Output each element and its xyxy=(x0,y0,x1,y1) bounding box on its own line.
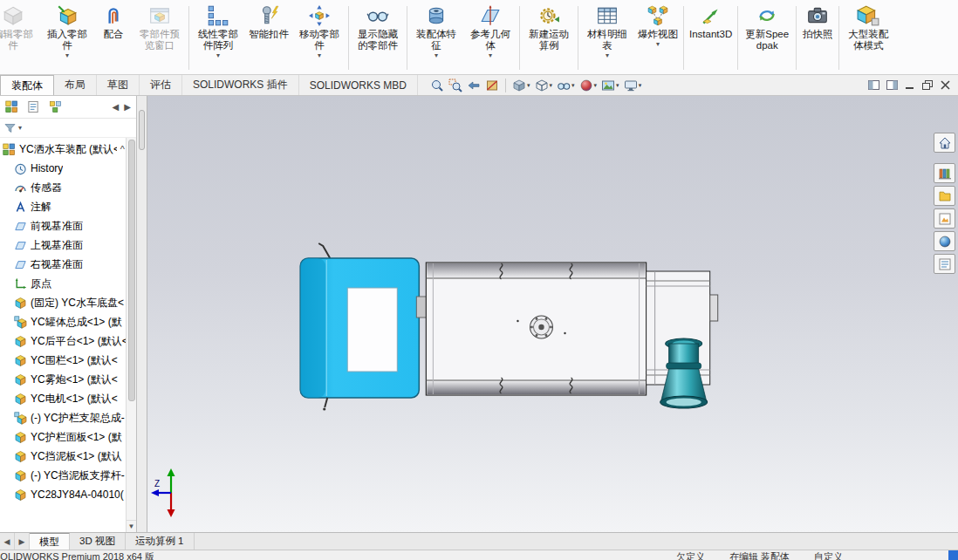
tree-item-chassis[interactable]: (固定) YC水车底盘< xyxy=(0,293,126,312)
dropdown-arrow-icon[interactable]: ▾ xyxy=(18,124,22,132)
panel-scroll-right-icon[interactable]: ▶ xyxy=(124,102,131,112)
instant3d-button[interactable]: Instant3D xyxy=(686,2,736,74)
cab-roof-window[interactable] xyxy=(347,288,397,372)
mate-button[interactable]: 配合 xyxy=(94,2,133,74)
custom-properties-button[interactable] xyxy=(934,254,955,274)
tab-solidworks-mbd[interactable]: SOLIDWORKS MBD xyxy=(299,75,418,95)
view-orientation-button[interactable]: ▾ xyxy=(510,77,532,94)
tree-item-mudguard-rod[interactable]: (-) YC挡泥板支撑杆- xyxy=(0,466,126,485)
component-preview-button[interactable]: 零部件预览窗口 xyxy=(133,2,187,74)
cab-antenna[interactable] xyxy=(325,398,327,407)
scroll-down-icon[interactable]: ▼ xyxy=(127,520,136,532)
edit-component-button[interactable]: 编辑零部件 xyxy=(0,2,40,74)
featuremanager-tree-icon[interactable] xyxy=(5,100,18,113)
view-settings-button[interactable]: ▾ xyxy=(622,77,644,94)
splitter-grip[interactable] xyxy=(139,110,145,150)
dropdown-arrow-icon[interactable]: ▾ xyxy=(594,82,598,89)
tab-3d-views[interactable]: 3D 视图 xyxy=(70,533,126,550)
design-library-button[interactable] xyxy=(934,163,955,183)
dropdown-arrow-icon[interactable]: ▾ xyxy=(527,82,530,89)
new-motion-study-button[interactable]: 新建运动算例 xyxy=(522,2,576,74)
dropdown-arrow-icon[interactable]: ▾ xyxy=(216,52,220,59)
tree-item-mudguard[interactable]: YC挡泥板<1> (默认 xyxy=(0,447,126,466)
cab-mirror[interactable] xyxy=(318,243,330,258)
edit-appearance-button[interactable]: ▾ xyxy=(578,77,599,94)
tree-item-origin[interactable]: 原点 xyxy=(0,274,126,293)
bom-button[interactable]: 材料明细表 ▾ xyxy=(580,2,634,74)
panel-scroll-left-icon[interactable]: ◀ xyxy=(113,102,120,112)
assembly-features-button[interactable]: 装配体特征 ▾ xyxy=(409,2,463,74)
tree-item-front-plane[interactable]: 前视基准面 xyxy=(0,216,126,236)
propertymanager-icon[interactable] xyxy=(27,100,40,113)
tab-scroll-right-icon[interactable]: ▶ xyxy=(15,533,30,550)
dropdown-arrow-icon[interactable]: ▾ xyxy=(656,41,660,48)
dropdown-arrow-icon[interactable]: ▾ xyxy=(489,52,492,59)
view-palette-button[interactable] xyxy=(934,208,955,229)
orientation-triad[interactable]: Z xyxy=(151,468,175,517)
tree-item-fence[interactable]: YC围栏<1> (默认< xyxy=(0,351,126,370)
truck-tank[interactable] xyxy=(426,263,646,395)
tab-layout[interactable]: 布局 xyxy=(54,75,97,95)
zoom-fit-button[interactable] xyxy=(428,77,446,94)
tree-item-sensors[interactable]: 传感器 xyxy=(0,178,126,197)
tree-item-rear-platform[interactable]: YC后平台<1> (默认< xyxy=(0,331,126,351)
tab-model[interactable]: 模型 xyxy=(30,533,70,550)
tree-item-annotations[interactable]: 注解 xyxy=(0,197,126,216)
insert-component-button[interactable]: 插入零部件 ▾ xyxy=(40,2,94,74)
truck-cab[interactable] xyxy=(300,243,419,411)
tree-item-right-plane[interactable]: 右视基准面 xyxy=(0,255,126,274)
tree-display-filter[interactable]: ▾ xyxy=(0,119,136,138)
dropdown-arrow-icon[interactable]: ▾ xyxy=(639,82,642,89)
display-style-button[interactable]: ▾ xyxy=(533,77,555,94)
tree-item-history[interactable]: History xyxy=(0,159,126,178)
large-assembly-mode-button[interactable]: 大型装配体模式 xyxy=(841,2,895,74)
scrollbar-thumb[interactable] xyxy=(128,140,135,401)
chassis-coupling[interactable] xyxy=(416,297,427,318)
tank-manhole[interactable] xyxy=(530,316,552,338)
dropdown-arrow-icon[interactable]: ▾ xyxy=(435,52,438,59)
tree-scrollbar[interactable]: ▼ xyxy=(126,138,136,532)
tree-item-motor[interactable]: YC电机<1> (默认< xyxy=(0,389,126,408)
tree-item-yc28jy84a[interactable]: YC28JY84A-04010( xyxy=(0,485,126,504)
apply-scene-button[interactable]: ▾ xyxy=(599,77,621,94)
tab-sketch[interactable]: 草图 xyxy=(97,75,140,95)
smart-fasteners-button[interactable]: 智能扣件 xyxy=(245,2,292,74)
appearances-button[interactable] xyxy=(934,231,955,251)
home-button[interactable] xyxy=(934,133,955,153)
tree-item-mist-cannon[interactable]: YC雾炮<1> (默认< xyxy=(0,370,126,389)
dropdown-arrow-icon[interactable]: ▾ xyxy=(616,82,619,89)
minimize-icon[interactable] xyxy=(905,80,915,90)
status-custom[interactable]: 自定义 xyxy=(814,550,843,560)
tree-item-guardrail-panel[interactable]: YC护栏面板<1> (默 xyxy=(0,427,126,447)
zoom-area-button[interactable] xyxy=(447,77,464,94)
restore-icon[interactable] xyxy=(922,80,934,90)
previous-view-button[interactable] xyxy=(465,77,482,94)
show-hidden-components-button[interactable]: 显示隐藏的零部件 xyxy=(351,2,405,74)
task-pane-toggle[interactable] xyxy=(948,550,958,560)
tab-evaluate[interactable]: 评估 xyxy=(140,75,182,95)
snapshot-button[interactable]: 拍快照 xyxy=(798,2,837,74)
file-explorer-button[interactable] xyxy=(934,186,955,206)
panel-splitter[interactable] xyxy=(137,96,147,532)
tab-scroll-left-icon[interactable]: ◀ xyxy=(0,533,15,550)
dropdown-arrow-icon[interactable]: ▾ xyxy=(318,52,321,59)
tab-assembly[interactable]: 装配体 xyxy=(0,75,54,95)
dropdown-arrow-icon[interactable]: ▾ xyxy=(550,82,553,89)
configurationmanager-icon[interactable] xyxy=(49,100,62,113)
tree-item-assembly-root[interactable]: YC洒水车装配 (默认<默 ^ xyxy=(0,140,126,159)
model-scene[interactable]: Z xyxy=(147,96,958,532)
tree-item-tank-assembly[interactable]: YC罐体总成<1> (默 xyxy=(0,312,126,331)
reference-geometry-button[interactable]: 参考几何体 ▾ xyxy=(463,2,517,74)
close-icon[interactable] xyxy=(941,80,951,90)
rear-step[interactable] xyxy=(710,295,718,321)
tree-item-top-plane[interactable]: 上视基准面 xyxy=(0,236,126,255)
graphics-viewport[interactable]: Z xyxy=(147,96,958,532)
update-speedpak-button[interactable]: 更新Speedpak xyxy=(740,2,794,74)
exploded-view-button[interactable]: 爆炸视图 ▾ xyxy=(634,2,681,74)
pane-left-icon[interactable] xyxy=(868,80,879,90)
dropdown-arrow-icon[interactable]: ▾ xyxy=(65,52,69,59)
move-component-button[interactable]: 移动零部件 ▾ xyxy=(292,2,346,74)
section-view-button[interactable] xyxy=(483,77,501,94)
linear-pattern-button[interactable]: 线性零部件阵列 ▾ xyxy=(191,2,245,74)
hide-show-items-button[interactable]: ▾ xyxy=(555,77,577,94)
